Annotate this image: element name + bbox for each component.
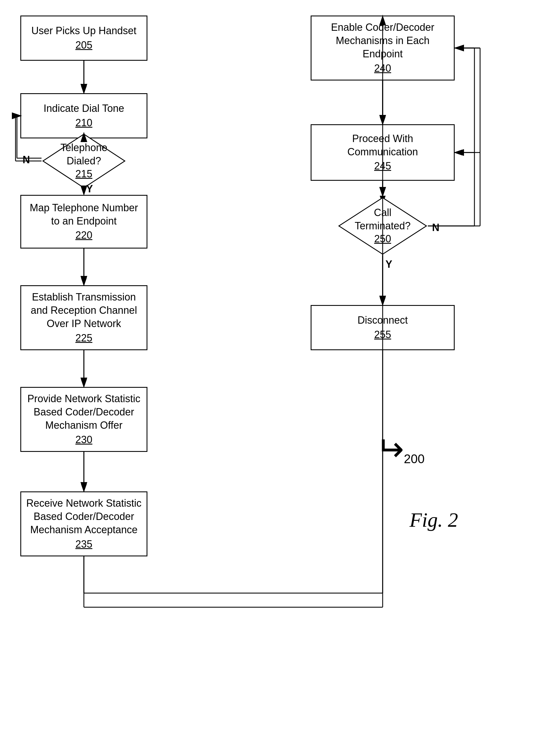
y-label-250: Y bbox=[385, 258, 392, 270]
annotation-curly: ↵ bbox=[376, 429, 404, 469]
diamond-215: TelephoneDialed? 215 bbox=[42, 133, 126, 189]
n-label-215: N bbox=[23, 154, 30, 166]
box-240: Enable Coder/DecoderMechanisms in EachEn… bbox=[311, 16, 455, 80]
box-230: Provide Network StatisticBased Coder/Dec… bbox=[20, 387, 147, 452]
box-220: Map Telephone Numberto an Endpoint 220 bbox=[20, 195, 147, 249]
n-label-250: N bbox=[432, 222, 439, 234]
annotation-200: 200 bbox=[404, 452, 424, 466]
diagram-container: User Picks Up Handset 205 Indicate Dial … bbox=[0, 0, 560, 736]
box-205: User Picks Up Handset 205 bbox=[20, 16, 147, 61]
box-235: Receive Network StatisticBased Coder/Dec… bbox=[20, 491, 147, 556]
y-label-215: Y bbox=[86, 183, 93, 195]
box-225: Establish Transmissionand Reception Chan… bbox=[20, 285, 147, 350]
box-210: Indicate Dial Tone 210 bbox=[20, 93, 147, 138]
box-255: Disconnect 255 bbox=[311, 305, 455, 350]
box-245: Proceed WithCommunication 245 bbox=[311, 124, 455, 181]
fig-label: Fig. 2 bbox=[409, 508, 458, 532]
diamond-250: CallTerminated? 250 bbox=[337, 196, 428, 256]
